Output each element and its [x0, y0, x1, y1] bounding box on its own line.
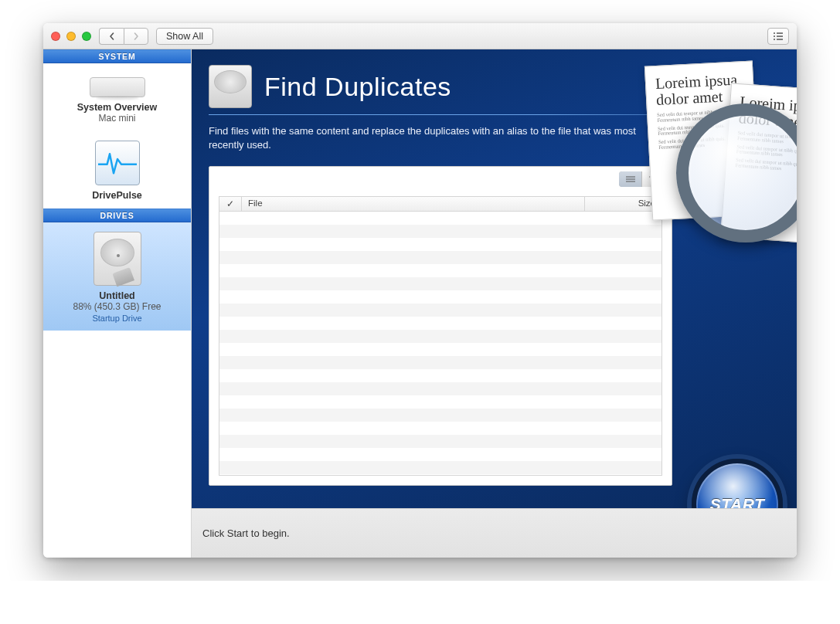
feature-title: Find Duplicates — [264, 72, 451, 102]
nav-buttons — [99, 28, 148, 45]
status-bar: Click Start to begin. — [192, 508, 797, 558]
table-row — [219, 409, 661, 422]
sidebar-item-label: DrivePulse — [49, 190, 185, 201]
close-icon[interactable] — [51, 32, 60, 41]
feature-description: Find files with the same content and rep… — [209, 124, 657, 152]
divider — [209, 114, 780, 115]
feature-hdd-icon — [209, 65, 252, 108]
table-row — [219, 264, 661, 277]
table-row — [219, 212, 661, 225]
sidebar-item-role: Startup Drive — [49, 314, 185, 323]
app-window: Show All SYSTEM System Overview Mac mini… — [43, 23, 797, 558]
table-row — [219, 277, 661, 290]
sidebar-item-drivepulse[interactable]: DrivePulse — [43, 131, 191, 209]
start-button[interactable]: START — [692, 459, 783, 508]
table-row — [219, 330, 661, 343]
sidebar-header-drives: DRIVES — [43, 209, 191, 222]
titlebar: Show All — [43, 23, 797, 49]
results-panel: ✓ File Size — [209, 166, 672, 486]
sidebar-item-label: Untitled — [49, 290, 185, 301]
table-row — [219, 225, 661, 238]
table-row — [219, 422, 661, 435]
table-row — [219, 238, 661, 251]
table-row — [219, 290, 661, 304]
table-body — [219, 212, 662, 476]
sidebar-item-sublabel: 88% (450.3 GB) Free — [49, 301, 185, 312]
table-header: ✓ File Size — [219, 196, 662, 212]
table-row — [219, 435, 661, 448]
zoom-icon[interactable] — [82, 32, 91, 41]
hard-drive-icon — [94, 232, 141, 286]
view-mode-grouped[interactable] — [642, 171, 665, 187]
table-row — [219, 317, 661, 330]
sidebar-item-drive-untitled[interactable]: Untitled 88% (450.3 GB) Free Startup Dri… — [43, 222, 191, 331]
sidebar-item-label: System Overview — [49, 102, 185, 113]
col-size[interactable]: Size — [584, 197, 661, 211]
table-row — [219, 448, 661, 461]
status-text: Click Start to begin. — [202, 527, 290, 539]
magnifier-icon — [676, 103, 797, 242]
table-row — [219, 395, 661, 409]
main-content: Find Duplicates ? Find files with the sa… — [192, 49, 797, 558]
col-check[interactable]: ✓ — [219, 197, 241, 211]
sidebar-item-sublabel: Mac mini — [49, 113, 185, 124]
table-row — [219, 251, 661, 264]
mac-mini-icon — [90, 77, 145, 97]
table-row — [219, 343, 661, 356]
table-row — [219, 369, 661, 382]
sidebar-header-system: SYSTEM — [43, 49, 191, 63]
pulse-icon — [95, 141, 140, 185]
view-mode-segment — [619, 171, 665, 187]
col-file[interactable]: File — [241, 197, 584, 211]
view-mode-flat[interactable] — [619, 171, 642, 187]
traffic-lights — [51, 32, 91, 41]
table-row — [219, 461, 661, 474]
hero-panel: Find Duplicates ? Find files with the sa… — [192, 49, 797, 508]
show-all-button[interactable]: Show All — [156, 28, 213, 45]
table-row — [219, 304, 661, 317]
sidebar-item-system-overview[interactable]: System Overview Mac mini — [43, 63, 191, 131]
table-row — [219, 356, 661, 369]
minimize-icon[interactable] — [66, 32, 76, 41]
table-row — [219, 382, 661, 395]
forward-button[interactable] — [124, 28, 148, 45]
list-view-button[interactable] — [767, 28, 789, 45]
sidebar: SYSTEM System Overview Mac mini DrivePul… — [43, 49, 192, 558]
help-button[interactable]: ? — [766, 86, 780, 100]
back-button[interactable] — [99, 28, 124, 45]
